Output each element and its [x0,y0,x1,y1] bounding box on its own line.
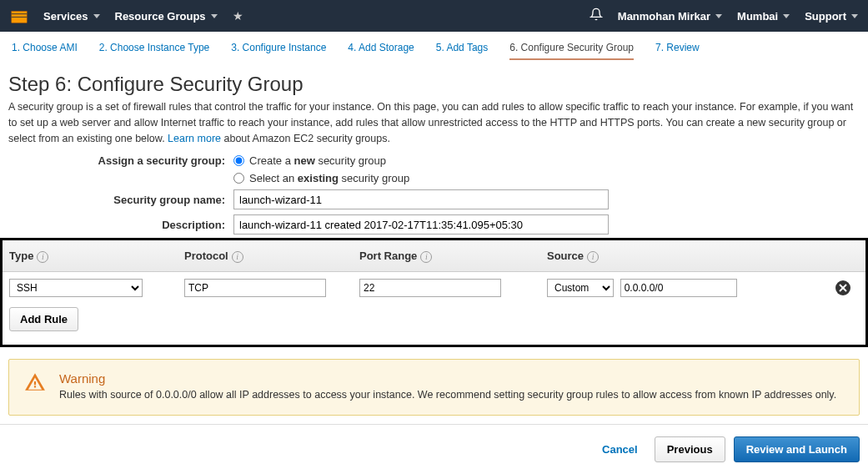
user-label: Manmohan Mirkar [618,10,710,23]
tab-add-storage[interactable]: 4. Add Storage [348,42,414,60]
rules-header: Typei Protocoli Port Rangei Sourcei [3,240,865,272]
assign-sg-label: Assign a security group: [8,154,233,167]
page-description: A security group is a set of firewall ru… [8,99,860,146]
tab-choose-ami[interactable]: 1. Choose AMI [12,42,78,60]
remove-rule-button[interactable] [835,280,850,295]
aws-logo[interactable] [10,7,28,25]
top-navigation: Services Resource Groups ★ Manmohan Mirk… [0,0,868,32]
info-icon[interactable]: i [587,251,599,263]
notifications-bell-icon[interactable] [590,8,603,24]
chevron-down-icon [851,14,858,18]
svg-rect-1 [12,14,27,17]
add-rule-button[interactable]: Add Rule [9,307,78,331]
region-menu[interactable]: Mumbai [737,10,790,23]
main-content: Step 6: Configure Security Group A secur… [0,73,868,235]
services-label: Services [43,10,88,23]
chevron-down-icon [93,14,100,18]
region-label: Mumbai [737,10,778,23]
col-portrange-label: Port Range [359,250,417,262]
rule-protocol-input [184,279,326,297]
description-text: A security group is a set of firewall ru… [8,101,853,144]
tab-configure-instance[interactable]: 3. Configure Instance [231,42,326,60]
warning-text: Rules with source of 0.0.0.0/0 allow all… [59,387,836,403]
col-protocol-label: Protocol [184,250,228,262]
radio-select-text: Select an existing security group [249,172,409,184]
chevron-down-icon [783,14,790,18]
sg-name-input[interactable] [233,189,609,209]
sg-description-label: Description: [8,219,233,231]
radio-select-existing[interactable] [233,173,244,184]
cancel-button[interactable]: Cancel [594,438,646,461]
tab-choose-instance-type[interactable]: 2. Choose Instance Type [99,42,210,60]
warning-triangle-icon [24,371,46,393]
info-icon[interactable]: i [37,251,48,263]
footer-actions: Cancel Previous Review and Launch [0,424,868,464]
tab-configure-security-group[interactable]: 6. Configure Security Group [509,42,634,60]
info-icon[interactable]: i [420,251,432,263]
support-label: Support [805,10,846,23]
rule-source-mode-select[interactable]: Custom [547,279,614,297]
support-menu[interactable]: Support [805,10,858,23]
sg-description-input[interactable] [233,214,609,235]
sg-name-label: Security group name: [8,194,233,206]
page-title: Step 6: Configure Security Group [8,73,860,96]
chevron-down-icon [211,14,218,18]
tab-review[interactable]: 7. Review [655,42,700,60]
warning-panel: Warning Rules with source of 0.0.0.0/0 a… [8,359,860,416]
warning-title: Warning [59,371,836,386]
svg-rect-0 [12,12,27,14]
wizard-tabs: 1. Choose AMI 2. Choose Instance Type 3.… [0,32,868,68]
description-text-post: about Amazon EC2 security groups. [221,133,390,144]
review-and-launch-button[interactable]: Review and Launch [734,436,860,462]
rule-source-value-input[interactable] [620,279,737,297]
svg-rect-2 [12,18,27,23]
rule-type-select[interactable]: SSH [9,279,143,297]
radio-create-new[interactable] [233,155,244,166]
resource-groups-label: Resource Groups [115,10,206,23]
chevron-down-icon [715,14,722,18]
resource-groups-menu[interactable]: Resource Groups [115,10,218,23]
learn-more-link[interactable]: Learn more [168,133,221,144]
col-source-label: Source [547,250,584,262]
info-icon[interactable]: i [232,251,243,263]
radio-create-text: Create a new security group [249,154,386,167]
tab-add-tags[interactable]: 5. Add Tags [436,42,489,60]
services-menu[interactable]: Services [43,10,100,23]
rule-row: SSH Custom [3,272,865,304]
rules-section: Typei Protocoli Port Rangei Sourcei SSH … [0,238,868,347]
col-type-label: Type [9,250,33,262]
user-menu[interactable]: Manmohan Mirkar [618,10,722,23]
previous-button[interactable]: Previous [655,436,725,462]
rule-portrange-input [359,279,501,297]
pin-icon[interactable]: ★ [233,9,243,23]
